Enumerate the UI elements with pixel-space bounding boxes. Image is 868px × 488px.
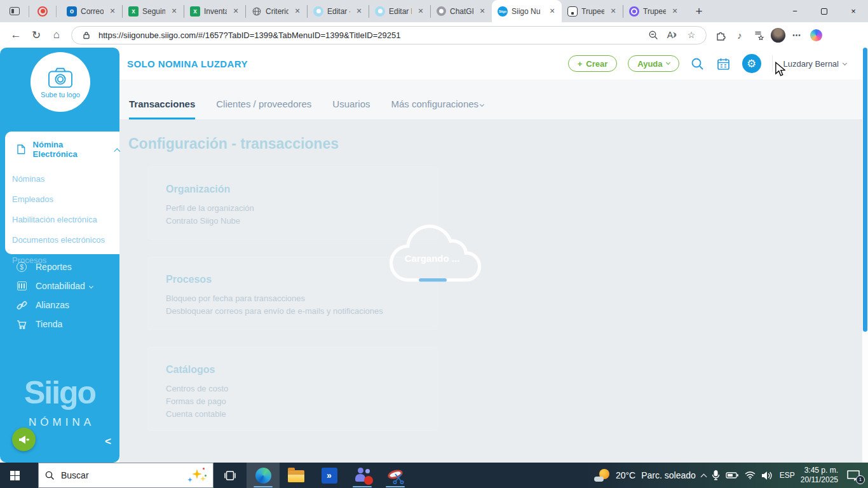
- link-bloqueo-fecha[interactable]: Bloqueo por fecha para transacciones: [166, 294, 425, 303]
- favorite-star-icon[interactable]: ☆: [684, 28, 698, 42]
- new-tab-button[interactable]: +: [689, 3, 709, 20]
- browser-tab[interactable]: Seguimi ×: [123, 0, 184, 22]
- recording-indicator-icon[interactable]: [37, 6, 48, 17]
- tab-close-icon[interactable]: ×: [169, 6, 179, 17]
- user-menu[interactable]: Luzdary Bernal: [783, 59, 846, 69]
- sidebar-item-documentos[interactable]: Documentos electrónicos: [5, 229, 119, 250]
- link-formas-pago[interactable]: Formas de pago: [166, 396, 425, 406]
- upload-logo-button[interactable]: Sube tu logo: [31, 52, 90, 112]
- camera-icon: [47, 66, 74, 89]
- tab-close-icon[interactable]: ×: [107, 6, 118, 17]
- page-scrollbar[interactable]: [862, 48, 868, 463]
- sidebar-item-contabilidad[interactable]: Contabilidad: [0, 276, 119, 295]
- time: 3:45 p. m.: [801, 466, 838, 475]
- taskbar-teams-button[interactable]: [346, 463, 379, 488]
- sidebar-item-nominas[interactable]: Nóminas: [5, 168, 119, 189]
- taskbar-edge-button[interactable]: [247, 463, 280, 488]
- refresh-button[interactable]: ↻: [27, 25, 46, 44]
- scrollbar-thumb[interactable]: [863, 48, 867, 332]
- ayuda-button[interactable]: Ayuda: [628, 55, 679, 72]
- tab-mas-configuraciones[interactable]: Más configuraciones: [391, 98, 484, 119]
- profile-avatar[interactable]: [769, 26, 787, 44]
- weather-icon[interactable]: [594, 468, 610, 482]
- sidebar-item-habilitacion[interactable]: Habilitación electrónica: [5, 209, 119, 229]
- taskbar-search-box[interactable]: Buscar: [38, 463, 214, 488]
- link-centros-costo[interactable]: Centros de costo: [166, 384, 425, 393]
- teams-recording-badge: [364, 476, 373, 485]
- crear-button[interactable]: + Crear: [568, 55, 618, 72]
- collapse-sidebar-icon[interactable]: <: [105, 435, 111, 448]
- sidebar-menu-items: Nóminas Empleados Habilitación electróni…: [5, 168, 119, 270]
- globe-favicon-icon: [252, 6, 262, 17]
- volume-icon[interactable]: [761, 471, 774, 480]
- settings-button[interactable]: ⚙: [742, 54, 761, 73]
- sidebar-item-tienda[interactable]: Tienda: [0, 315, 119, 334]
- extensions-icon[interactable]: [712, 26, 729, 44]
- link-perfil-organizacion[interactable]: Perfil de la organización: [166, 203, 425, 213]
- notification-center-button[interactable]: 1: [846, 470, 862, 482]
- sidebar-section-nomina-electronica[interactable]: Nómina Electrónica: [5, 140, 119, 159]
- task-view-button[interactable]: [214, 463, 247, 488]
- mouse-cursor: [775, 62, 785, 79]
- calendar-button[interactable]: [716, 56, 731, 71]
- tab-clientes-proveedores[interactable]: Clientes / proveedores: [216, 98, 311, 119]
- start-button[interactable]: [0, 463, 29, 488]
- browser-tab[interactable]: Trupeer. ×: [623, 0, 684, 22]
- browser-tab[interactable]: Editar la ×: [369, 0, 430, 22]
- sidebar-item-reportes[interactable]: Reportes: [0, 257, 119, 276]
- weather-temp[interactable]: 20°C: [616, 470, 635, 480]
- browser-menu-icon[interactable]: •••: [788, 26, 806, 44]
- tab-close-icon[interactable]: ×: [670, 6, 680, 17]
- gear-icon: ⚙: [747, 57, 756, 71]
- browser-tab[interactable]: ChatGPT ×: [431, 0, 492, 22]
- tab-close-icon[interactable]: ×: [292, 6, 302, 17]
- browser-tab[interactable]: Inventar ×: [184, 0, 245, 22]
- link-cuenta-contable[interactable]: Cuenta contable: [166, 409, 425, 419]
- tab-close-icon[interactable]: ×: [608, 6, 618, 17]
- file-explorer-icon: [288, 470, 304, 482]
- read-aloud-icon[interactable]: A: [665, 28, 679, 42]
- taskbar-file-explorer-button[interactable]: [280, 463, 313, 488]
- sidebar-item-alianzas[interactable]: Alianzas: [0, 295, 119, 315]
- link-desbloquear-correos[interactable]: Desbloquear correos para envío de e-mail…: [166, 306, 425, 316]
- weather-desc[interactable]: Parc. soleado: [641, 470, 696, 480]
- url-input[interactable]: https://siigonube.siigo.com/#/1657?TabID…: [71, 26, 707, 44]
- tab-usuarios[interactable]: Usuarios: [332, 98, 370, 119]
- browser-tab[interactable]: Trupeer. ×: [562, 0, 623, 22]
- browser-tab[interactable]: Criterios ×: [246, 0, 307, 22]
- search-button[interactable]: [690, 56, 705, 71]
- announcements-button[interactable]: [12, 428, 36, 451]
- tab-close-icon[interactable]: ×: [477, 6, 487, 17]
- card-catalogos: Catálogos Centros de costo Formas de pag…: [147, 347, 438, 431]
- wifi-icon[interactable]: [745, 471, 756, 480]
- maximize-button[interactable]: [810, 0, 839, 22]
- sidebar-nav: Reportes Contabilidad Alianzas Tienda: [0, 257, 119, 334]
- language-indicator[interactable]: ESP: [780, 471, 795, 480]
- taskbar-app-button[interactable]: »: [313, 463, 346, 488]
- home-button[interactable]: ⌂: [47, 25, 66, 44]
- siigo-favicon-icon: [498, 6, 508, 17]
- taskbar-snipping-tool-button[interactable]: [379, 463, 412, 488]
- browser-tab-active[interactable]: Siigo Nu ×: [492, 0, 562, 22]
- sidebar-item-empleados[interactable]: Empleados: [5, 189, 119, 209]
- tab-close-icon[interactable]: ×: [354, 6, 364, 17]
- tab-close-icon[interactable]: ×: [231, 6, 241, 17]
- media-control-icon[interactable]: ♪: [731, 26, 749, 44]
- battery-icon[interactable]: [726, 471, 739, 480]
- tab-close-icon[interactable]: ×: [547, 6, 557, 17]
- copilot-icon[interactable]: [807, 26, 825, 44]
- zoom-out-icon[interactable]: [646, 28, 660, 42]
- hidden-icons-button[interactable]: [702, 472, 706, 479]
- back-button[interactable]: ←: [6, 25, 25, 44]
- windows-logo-icon: [10, 471, 20, 480]
- browser-tab[interactable]: Editar «F ×: [308, 0, 369, 22]
- microphone-icon[interactable]: [712, 470, 720, 480]
- close-window-button[interactable]: ×: [839, 0, 868, 22]
- tab-transacciones[interactable]: Transacciones: [129, 98, 195, 119]
- tab-actions-button[interactable]: [5, 3, 24, 20]
- browser-tab[interactable]: Correo: ×: [61, 0, 122, 22]
- minimize-button[interactable]: −: [780, 0, 810, 22]
- clock[interactable]: 3:45 p. m. 20/11/2025: [801, 466, 838, 485]
- collections-icon[interactable]: [750, 26, 768, 44]
- tab-close-icon[interactable]: ×: [416, 6, 426, 17]
